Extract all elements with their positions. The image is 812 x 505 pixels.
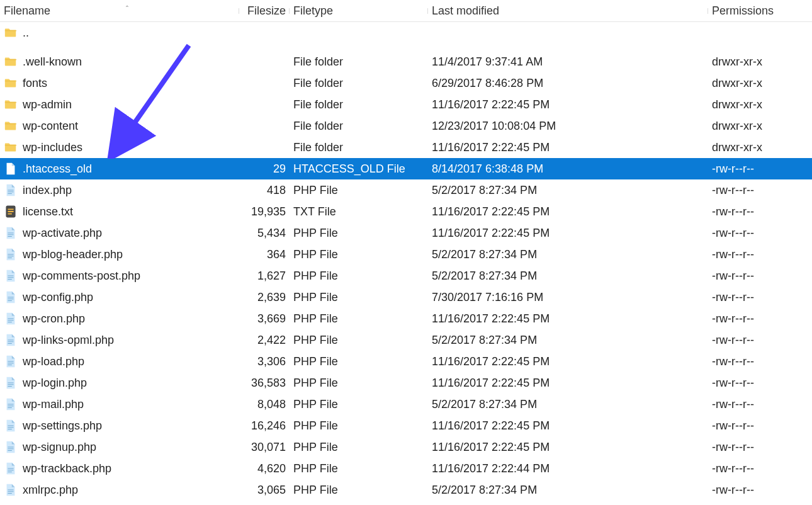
- cell-filename[interactable]: wp-trackback.php: [0, 462, 239, 475]
- php-icon: [4, 440, 18, 454]
- cell-filename[interactable]: wp-blog-header.php: [0, 247, 239, 261]
- table-row[interactable]: .htaccess_old29HTACCESS_OLD File8/14/201…: [0, 158, 812, 179]
- cell-filename[interactable]: wp-activate.php: [0, 226, 239, 240]
- cell-filename[interactable]: fonts: [0, 76, 239, 90]
- cell-modified: 5/2/2017 8:27:34 PM: [428, 248, 708, 261]
- table-row[interactable]: license.txt19,935TXT File11/16/2017 2:22…: [0, 201, 812, 222]
- cell-filetype: File folder: [290, 55, 428, 69]
- cell-filesize: 36,583: [239, 377, 290, 390]
- table-row[interactable]: .well-knownFile folder11/4/2017 9:37:41 …: [0, 51, 812, 72]
- php-icon: [4, 419, 18, 433]
- cell-filetype: PHP File: [290, 484, 428, 497]
- cell-modified: 11/16/2017 2:22:45 PM: [428, 227, 708, 240]
- cell-modified: 5/2/2017 8:27:34 PM: [428, 484, 708, 497]
- table-row[interactable]: fontsFile folder6/29/2017 8:46:28 PMdrwx…: [0, 72, 812, 94]
- column-header-permissions[interactable]: Permissions: [708, 4, 812, 18]
- cell-filename[interactable]: wp-config.php: [0, 290, 239, 304]
- column-header-modified[interactable]: Last modified: [428, 4, 708, 18]
- table-row[interactable]: wp-mail.php8,048PHP File5/2/2017 8:27:34…: [0, 394, 812, 415]
- table-row[interactable]: wp-blog-header.php364PHP File5/2/2017 8:…: [0, 244, 812, 265]
- cell-filesize: 8,048: [239, 398, 290, 411]
- file-sel-icon: [4, 162, 18, 176]
- column-header-filetype[interactable]: Filetype: [290, 4, 428, 18]
- table-row[interactable]: wp-comments-post.php1,627PHP File5/2/201…: [0, 265, 812, 287]
- column-header-filesize[interactable]: Filesize: [239, 4, 290, 18]
- cell-modified: 11/16/2017 2:22:45 PM: [428, 205, 708, 218]
- cell-filename[interactable]: wp-signup.php: [0, 440, 239, 454]
- table-row[interactable]: wp-adminFile folder11/16/2017 2:22:45 PM…: [0, 94, 812, 115]
- table-row[interactable]: wp-settings.php16,246PHP File11/16/2017 …: [0, 415, 812, 436]
- cell-permissions: -rw-r--r--: [708, 312, 812, 326]
- column-header-filename[interactable]: Filename ˆ: [0, 4, 239, 18]
- cell-filename[interactable]: .well-known: [0, 55, 239, 69]
- cell-modified: 5/2/2017 8:27:34 PM: [428, 398, 708, 411]
- cell-modified: 11/16/2017 2:22:44 PM: [428, 462, 708, 475]
- cell-filename[interactable]: wp-load.php: [0, 355, 239, 368]
- cell-permissions: -rw-r--r--: [708, 441, 812, 454]
- cell-filename[interactable]: .htaccess_old: [0, 162, 239, 176]
- php-icon: [4, 290, 18, 304]
- table-row[interactable]: wp-config.php2,639PHP File7/30/2017 7:16…: [0, 287, 812, 308]
- cell-filename[interactable]: license.txt: [0, 205, 239, 218]
- cell-modified: 11/4/2017 9:37:41 AM: [428, 55, 708, 69]
- sort-indicator-icon: ˆ: [126, 5, 128, 14]
- table-row[interactable]: wp-trackback.php4,620PHP File11/16/2017 …: [0, 458, 812, 479]
- filename-label: wp-blog-header.php: [23, 248, 235, 261]
- cell-filetype: PHP File: [290, 270, 428, 283]
- cell-filename[interactable]: wp-settings.php: [0, 419, 239, 433]
- cell-filename[interactable]: ..: [0, 26, 239, 40]
- folder-icon: [4, 140, 18, 154]
- table-row[interactable]: wp-contentFile folder12/23/2017 10:08:04…: [0, 115, 812, 137]
- php-icon: [4, 247, 18, 261]
- cell-permissions: drwxr-xr-x: [708, 141, 812, 154]
- cell-modified: 11/16/2017 2:22:45 PM: [428, 441, 708, 454]
- cell-filetype: PHP File: [290, 312, 428, 326]
- table-row[interactable]: wp-signup.php30,071PHP File11/16/2017 2:…: [0, 436, 812, 458]
- table-row[interactable]: wp-login.php36,583PHP File11/16/2017 2:2…: [0, 372, 812, 394]
- table-row[interactable]: index.php418PHP File5/2/2017 8:27:34 PM-…: [0, 179, 812, 201]
- cell-filename[interactable]: wp-admin: [0, 98, 239, 111]
- cell-modified: 12/23/2017 10:08:04 PM: [428, 120, 708, 133]
- cell-filename[interactable]: wp-includes: [0, 140, 239, 154]
- cell-filename[interactable]: wp-links-opml.php: [0, 333, 239, 347]
- php-icon: [4, 183, 18, 197]
- cell-modified: 11/16/2017 2:22:45 PM: [428, 377, 708, 390]
- table-row[interactable]: ..: [0, 22, 812, 43]
- cell-modified: 11/16/2017 2:22:45 PM: [428, 141, 708, 154]
- table-row[interactable]: wp-cron.php3,669PHP File11/16/2017 2:22:…: [0, 308, 812, 329]
- cell-filetype: PHP File: [290, 227, 428, 240]
- cell-filename[interactable]: wp-comments-post.php: [0, 269, 239, 283]
- cell-filename[interactable]: wp-login.php: [0, 376, 239, 390]
- table-row[interactable]: xmlrpc.php3,065PHP File5/2/2017 8:27:34 …: [0, 479, 812, 501]
- cell-filename[interactable]: wp-mail.php: [0, 397, 239, 411]
- filename-label: fonts: [23, 77, 235, 90]
- filename-label: index.php: [23, 184, 235, 197]
- cell-permissions: drwxr-xr-x: [708, 98, 812, 111]
- cell-filetype: PHP File: [290, 355, 428, 368]
- filename-label: wp-cron.php: [23, 312, 235, 326]
- cell-modified: 11/16/2017 2:22:45 PM: [428, 312, 708, 326]
- cell-permissions: drwxr-xr-x: [708, 120, 812, 133]
- table-row[interactable]: wp-includesFile folder11/16/2017 2:22:45…: [0, 137, 812, 158]
- table-row[interactable]: wp-links-opml.php2,422PHP File5/2/2017 8…: [0, 329, 812, 351]
- cell-modified: 11/16/2017 2:22:45 PM: [428, 355, 708, 368]
- cell-filetype: PHP File: [290, 184, 428, 197]
- cell-permissions: -rw-r--r--: [708, 291, 812, 304]
- cell-filesize: 418: [239, 184, 290, 197]
- cell-permissions: -rw-r--r--: [708, 162, 812, 176]
- column-label: Filesize: [247, 4, 286, 17]
- table-row[interactable]: wp-load.php3,306PHP File11/16/2017 2:22:…: [0, 351, 812, 372]
- folder-icon: [4, 26, 18, 40]
- cell-permissions: -rw-r--r--: [708, 484, 812, 497]
- cell-filename[interactable]: wp-content: [0, 119, 239, 133]
- php-icon: [4, 462, 18, 475]
- filename-label: ..: [23, 26, 235, 40]
- cell-filename[interactable]: xmlrpc.php: [0, 483, 239, 497]
- cell-filename[interactable]: index.php: [0, 183, 239, 197]
- cell-permissions: -rw-r--r--: [708, 205, 812, 218]
- table-row[interactable]: wp-activate.php5,434PHP File11/16/2017 2…: [0, 222, 812, 244]
- cell-filetype: File folder: [290, 120, 428, 133]
- cell-filetype: File folder: [290, 77, 428, 90]
- cell-permissions: -rw-r--r--: [708, 227, 812, 240]
- cell-filename[interactable]: wp-cron.php: [0, 312, 239, 326]
